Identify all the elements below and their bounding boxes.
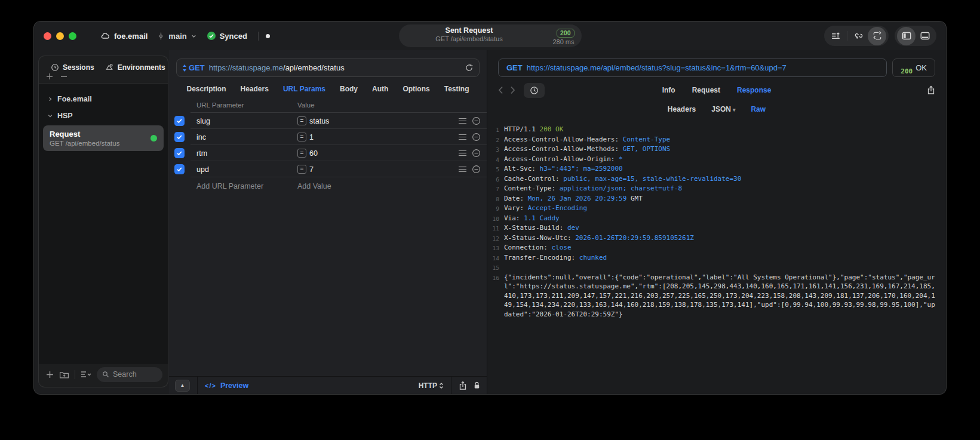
protocol-select[interactable]: HTTP [419,381,444,390]
branch-menu[interactable]: main [157,32,196,41]
param-row[interactable]: upd=7 [169,161,487,177]
line-number: 11 [487,223,504,233]
reorder-icon[interactable] [459,150,466,156]
tab-url-params[interactable]: URL Params [283,85,325,93]
param-checkbox[interactable] [174,164,185,174]
reorder-icon[interactable] [459,166,466,173]
response-view-tabs: HeadersJSON▾Raw [487,101,946,118]
param-name-field[interactable]: upd [196,165,297,174]
tab-headers[interactable]: Headers [241,85,269,93]
reorder-icon[interactable] [459,118,466,124]
sent-request-summary[interactable]: Sent Request GET /api/embed/status 200 2… [399,24,582,47]
collapse-panel-button[interactable]: ▲ [175,380,190,392]
param-name-field[interactable]: rtm [196,149,297,158]
tree-group-label: Foe.email [57,95,92,103]
tab-description[interactable]: Description [187,85,226,93]
response-body[interactable]: 1HTTP/1.1 200 OK2Access-Control-Allow-He… [487,119,946,394]
resend-icon[interactable] [465,63,474,72]
tab-auth[interactable]: Auth [372,85,388,93]
request-url-host[interactable]: https://statuspage.me [209,63,283,72]
params-table-header: URL Parameter Value [169,100,487,113]
share-icon[interactable] [459,381,467,390]
zoom-window-button[interactable] [69,32,76,40]
pill-separator [847,31,847,41]
send-request-button[interactable] [868,27,886,45]
search-input[interactable]: Search [97,367,162,382]
toggle-bottom-panel-button[interactable] [916,27,934,45]
tree-group-hsp[interactable]: HSP [39,107,168,124]
branch-name: main [168,32,186,41]
history-button[interactable] [524,83,545,98]
param-value-field[interactable]: 1 [309,133,314,141]
request-list-item-selected[interactable]: Request GET /api/embed/status [43,125,164,151]
chevron-right-icon [47,96,53,102]
tab-request[interactable]: Request [692,86,720,94]
remove-param-icon[interactable] [472,133,481,141]
history-back-icon[interactable] [498,86,503,94]
remove-session-icon[interactable] [60,73,67,80]
remove-param-icon[interactable] [472,116,481,125]
tab-response[interactable]: Response [737,86,771,94]
param-value-field[interactable]: 60 [309,149,318,158]
params-rows: slug=statusinc=1rtm=60upd=7 [169,113,487,177]
request-editor-footer: ▲ </> Preview HTTP [169,376,487,394]
reorder-icon[interactable] [459,134,466,140]
view-tab-raw[interactable]: Raw [751,105,766,113]
tab-body[interactable]: Body [340,85,358,93]
close-window-button[interactable] [44,32,51,40]
link-requests-button[interactable] [849,27,868,45]
export-response-icon[interactable] [927,85,935,95]
method-select-icon[interactable] [182,64,187,72]
footer-divider [451,377,451,395]
response-line: 16{"incidents":null,"overall":{"code":"o… [487,273,946,319]
param-checkbox[interactable] [174,116,185,126]
new-folder-icon[interactable] [59,370,69,379]
toggle-left-sidebar-button[interactable] [897,27,916,45]
param-checkbox[interactable] [174,132,185,142]
param-value-field[interactable]: status [309,117,329,125]
line-number: 10 [487,214,504,224]
tab-sessions[interactable]: Sessions [51,63,94,72]
param-name-field[interactable]: slug [196,117,297,125]
tab-environments[interactable]: Environments [105,63,165,72]
request-url-path[interactable]: /api/embed/status [283,63,345,72]
request-url-bar[interactable]: GET https://statuspage.me /api/embed/sta… [176,59,480,77]
equals-badge: = [297,133,306,141]
remove-param-icon[interactable] [472,165,481,174]
column-url-parameter: URL Parameter [196,101,297,109]
param-name-field[interactable]: inc [196,133,297,141]
export-list-button[interactable] [827,27,845,45]
tab-info[interactable]: Info [662,86,675,94]
param-checkbox[interactable] [174,148,185,158]
add-url-parameter-field[interactable]: Add URL Parameter [196,182,297,190]
add-value-field[interactable]: Add Value [297,182,331,190]
remove-param-icon[interactable] [472,149,481,158]
param-value-field[interactable]: 7 [309,165,314,174]
sent-request-subtitle: GET /api/embed/status [399,35,540,42]
project-menu[interactable]: foe.email [100,31,148,41]
lock-icon[interactable] [473,381,481,390]
code-icon: </> [205,382,216,389]
sent-request-url[interactable]: GET https://statuspage.me/api/embed/stat… [498,59,887,77]
app-window: foe.email main Synced [34,21,946,394]
tab-options[interactable]: Options [403,85,429,93]
history-forward-icon[interactable] [510,86,515,94]
add-session-icon[interactable] [46,73,53,80]
new-request-icon[interactable] [46,371,54,379]
view-tab-headers[interactable]: Headers [668,105,696,113]
line-number: 15 [487,263,504,273]
view-tab-json[interactable]: JSON▾ [711,105,735,113]
minimize-window-button[interactable] [56,32,64,40]
line-number: 7 [487,184,504,194]
sort-filter-icon[interactable] [81,370,91,379]
param-row[interactable]: rtm=60 [169,145,487,161]
request-method[interactable]: GET [189,63,205,72]
sync-status[interactable]: Synced [207,31,247,41]
tab-testing[interactable]: Testing [444,85,469,93]
line-number: 14 [487,253,504,263]
preview-button[interactable]: </> Preview [205,381,248,390]
param-row[interactable]: inc=1 [169,129,487,145]
tree-group-foe-email[interactable]: Foe.email [39,91,168,107]
param-row[interactable]: slug=status [169,113,487,129]
request-editor-tabs: DescriptionHeadersURL ParamsBodyAuthOpti… [169,77,487,100]
